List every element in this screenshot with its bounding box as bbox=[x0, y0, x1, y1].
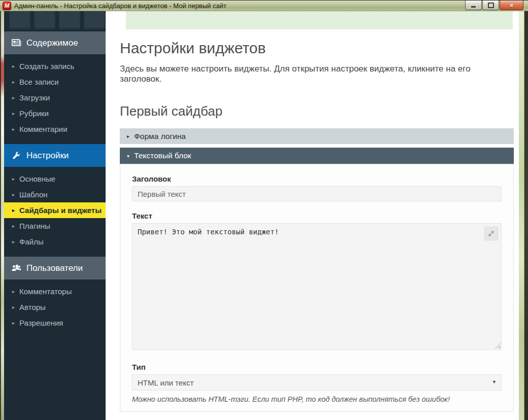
sidebar-item[interactable]: ▸Сайдбары и виджеты bbox=[4, 202, 106, 218]
sidebar-items-content: ▸Создать запись▸Все записи▸Загрузки▸Рубр… bbox=[4, 54, 106, 142]
widget-login-form-header[interactable]: ▸ Форма логина bbox=[120, 128, 514, 144]
app-logo-icon: M bbox=[3, 2, 11, 10]
users-icon bbox=[11, 263, 21, 273]
sidebar-item-label: Создать запись bbox=[19, 62, 74, 71]
sidebar-item-label: Плагины bbox=[19, 222, 50, 230]
sidebar-section-label: Содержимое bbox=[26, 38, 78, 48]
window-titlebar[interactable]: M Админ-панель - Настройка сайдбаров и в… bbox=[0, 0, 528, 11]
triangle-right-icon: ▸ bbox=[12, 320, 15, 326]
type-field-note: Можно использовать HTML-тэги. Если тип P… bbox=[132, 395, 502, 403]
selected-option: HTML или текст bbox=[138, 378, 193, 387]
sidebar-section-label: Пользователи bbox=[26, 263, 83, 273]
close-icon: × bbox=[510, 2, 514, 9]
triangle-right-icon: ▸ bbox=[12, 223, 15, 229]
sidebar-item-label: Комментарии bbox=[19, 125, 67, 133]
sidebar-items-users: ▸Комментаторы▸Авторы▸Разрешения bbox=[4, 279, 106, 336]
triangle-right-icon: ▸ bbox=[12, 304, 15, 310]
window-title: Админ-панель - Настройка сайдбаров и вид… bbox=[14, 2, 226, 10]
sidebar-section-settings[interactable]: Настройки bbox=[4, 144, 106, 167]
widget-label: Текстовый блок bbox=[134, 151, 191, 160]
triangle-right-icon: ▸ bbox=[12, 176, 15, 182]
sidebar-item-label: Шаблон bbox=[19, 190, 48, 199]
main-content: Обновлено. Настройки виджетов Здесь вы м… bbox=[106, 11, 519, 420]
sidebar-item-label: Основные bbox=[19, 174, 55, 183]
sidebar-item[interactable]: ▸Основные bbox=[4, 171, 106, 187]
minimize-button[interactable] bbox=[465, 1, 482, 10]
sidebar-top-tab[interactable] bbox=[9, 11, 30, 29]
widget-type-select[interactable]: HTML или текст ▼ bbox=[132, 374, 502, 391]
widget-label: Форма логина bbox=[134, 132, 186, 141]
sidebar-item[interactable]: ▸Рубрики bbox=[4, 106, 106, 121]
chevron-down-icon: ▼ bbox=[492, 379, 497, 384]
widget-text-block-header[interactable]: ▾ Текстовый блок bbox=[120, 148, 514, 164]
sidebar-section-title: Первый сайдбар bbox=[120, 103, 514, 119]
sidebar-item[interactable]: ▸Авторы bbox=[4, 299, 106, 315]
minimize-icon bbox=[471, 6, 476, 8]
triangle-right-icon: ▸ bbox=[127, 133, 129, 139]
sidebar-item-label: Загрузки bbox=[19, 93, 50, 102]
maximize-button[interactable] bbox=[482, 1, 499, 10]
triangle-right-icon: ▸ bbox=[12, 63, 15, 69]
expand-arrows-icon bbox=[488, 230, 494, 237]
triangle-right-icon: ▸ bbox=[12, 239, 15, 244]
triangle-down-icon: ▾ bbox=[127, 153, 129, 159]
window-controls: × bbox=[465, 1, 523, 10]
window-border-left bbox=[0, 11, 4, 420]
title-field-label: Заголовок bbox=[132, 174, 502, 183]
sidebar-top-tab[interactable] bbox=[84, 11, 105, 29]
type-field-label: Тип bbox=[132, 363, 502, 371]
triangle-right-icon: ▸ bbox=[12, 289, 15, 294]
sidebar-item[interactable]: ▸Создать запись bbox=[4, 58, 106, 74]
sidebar-item-label: Файлы bbox=[19, 237, 44, 246]
sidebar-top-tab[interactable] bbox=[34, 11, 55, 29]
triangle-right-icon: ▸ bbox=[12, 95, 15, 100]
triangle-right-icon: ▸ bbox=[12, 207, 15, 213]
sidebar: Содержимое▸Создать запись▸Все записи▸Заг… bbox=[4, 11, 106, 420]
sidebar-section-label: Настройки bbox=[26, 151, 69, 161]
page-description: Здесь вы можете настроить виджеты. Для о… bbox=[120, 64, 514, 84]
newspaper-icon bbox=[11, 38, 21, 48]
sidebar-section-users[interactable]: Пользователи bbox=[4, 257, 106, 279]
triangle-right-icon: ▸ bbox=[12, 192, 15, 197]
sidebar-item[interactable]: ▸Разрешения bbox=[4, 315, 106, 331]
sidebar-item[interactable]: ▸Шаблон bbox=[4, 187, 106, 202]
sidebar-items-settings: ▸Основные▸Шаблон▸Сайдбары и виджеты▸Плаг… bbox=[4, 167, 106, 255]
sidebar-item-label: Авторы bbox=[19, 303, 46, 311]
desktop-edge bbox=[524, 11, 528, 420]
sidebar-section-content[interactable]: Содержимое bbox=[4, 31, 106, 54]
sidebar-item-label: Комментаторы bbox=[19, 287, 72, 296]
app-window: M Админ-панель - Настройка сайдбаров и в… bbox=[0, 0, 528, 420]
window-border-right bbox=[519, 11, 524, 420]
triangle-right-icon: ▸ bbox=[12, 79, 15, 85]
expand-editor-button[interactable] bbox=[484, 227, 498, 240]
sidebar-item[interactable]: ▸Комментаторы bbox=[4, 284, 106, 299]
maximize-icon bbox=[488, 3, 494, 8]
triangle-right-icon: ▸ bbox=[12, 111, 15, 116]
text-field-label: Текст bbox=[132, 212, 502, 220]
sidebar-item-label: Разрешения bbox=[19, 319, 63, 327]
sidebar-item[interactable]: ▸Файлы bbox=[4, 234, 106, 250]
sidebar-item[interactable]: ▸Комментарии bbox=[4, 121, 106, 137]
sidebar-item[interactable]: ▸Плагины bbox=[4, 218, 106, 234]
close-button[interactable]: × bbox=[500, 1, 523, 10]
triangle-right-icon: ▸ bbox=[12, 126, 15, 132]
wrench-icon bbox=[11, 151, 21, 161]
sidebar-item[interactable]: ▸Загрузки bbox=[4, 90, 106, 106]
widget-title-input[interactable] bbox=[132, 186, 502, 201]
widget-settings-panel: Заголовок Текст Привет! Это мой текстовы… bbox=[120, 164, 514, 412]
sidebar-nav: Содержимое▸Создать запись▸Все записи▸Заг… bbox=[4, 31, 106, 336]
sidebar-item[interactable]: ▸Все записи bbox=[4, 74, 106, 90]
success-alert: Обновлено. bbox=[126, 11, 513, 29]
page-title: Настройки виджетов bbox=[120, 40, 514, 57]
sidebar-item-label: Сайдбары и виджеты bbox=[19, 206, 102, 215]
sidebar-top-tab[interactable] bbox=[59, 11, 80, 29]
widget-text-area[interactable]: Привет! Это мой текстовый виджет! bbox=[132, 223, 502, 350]
text-area-wrap: Привет! Это мой текстовый виджет! bbox=[132, 223, 502, 350]
sidebar-top-toolbar bbox=[4, 11, 106, 29]
sidebar-item-label: Рубрики bbox=[19, 109, 49, 118]
sidebar-item-label: Все записи bbox=[19, 78, 59, 86]
